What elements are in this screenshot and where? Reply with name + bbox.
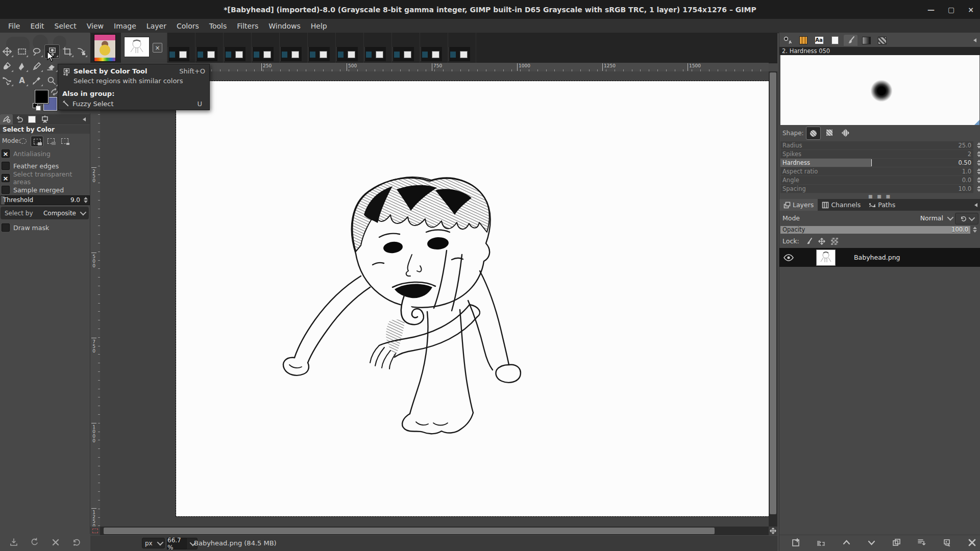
image-tab-thumbnail[interactable] <box>252 47 274 61</box>
spacing-spinner[interactable] <box>975 186 980 192</box>
threshold-spinner[interactable] <box>82 197 88 203</box>
rectangle-select-tool-button[interactable] <box>15 45 29 58</box>
menu-filters[interactable]: Filters <box>232 20 263 32</box>
hardness-slider[interactable]: Hardness 0.50 <box>780 159 973 167</box>
bucket-fill-tool-button[interactable] <box>0 60 14 73</box>
h-scroll-thumb[interactable] <box>104 528 715 534</box>
zoom-tool-button[interactable] <box>44 74 59 87</box>
brushes-tab[interactable] <box>780 35 794 46</box>
color-picker-tool-button[interactable] <box>30 74 44 87</box>
paths-tab[interactable]: Paths <box>865 199 899 211</box>
raise-layer-icon[interactable] <box>842 538 851 547</box>
mode-intersect-button[interactable] <box>59 136 70 146</box>
select-by-dropdown[interactable]: Select by Composite <box>1 207 89 219</box>
new-layer-icon[interactable] <box>791 538 801 547</box>
anchor-layer-icon[interactable] <box>942 538 952 547</box>
new-group-icon[interactable] <box>816 538 826 547</box>
feather-edges-checkbox[interactable] <box>2 162 10 170</box>
lock-position-icon[interactable] <box>818 237 826 245</box>
fonts-tab[interactable]: Aa <box>812 35 826 46</box>
canvas-viewport[interactable] <box>100 71 769 527</box>
layer-row[interactable]: Babyhead.png <box>779 248 980 267</box>
navigation-button[interactable] <box>769 527 777 535</box>
image-tab-magazine-thumbnail[interactable] <box>94 34 116 62</box>
v-scroll-thumb[interactable] <box>770 72 776 514</box>
image-tab-thumbnail[interactable] <box>449 47 470 61</box>
collapse-layers-button[interactable] <box>972 202 979 209</box>
gradients-tab[interactable] <box>860 35 873 46</box>
sample-merged-checkbox[interactable] <box>2 186 10 194</box>
shape-diamond-button[interactable] <box>839 127 852 139</box>
menu-colors[interactable]: Colors <box>172 20 204 32</box>
save-preset-icon[interactable] <box>9 538 18 547</box>
move-tool-button[interactable] <box>0 45 14 58</box>
channels-tab[interactable]: Channels <box>818 199 865 211</box>
radius-spinner[interactable] <box>975 142 980 148</box>
image-tab-active[interactable]: × <box>121 33 167 63</box>
layers-tab[interactable]: Layers <box>779 199 818 211</box>
blend-space-button[interactable] <box>955 213 978 224</box>
threshold-slider[interactable]: Threshold 9.0 <box>1 195 90 205</box>
image-tab-thumbnail[interactable] <box>168 47 189 61</box>
collapse-right-dock-button[interactable] <box>971 37 978 44</box>
duplicate-layer-icon[interactable] <box>892 538 901 547</box>
quick-mask-toggle[interactable] <box>90 527 100 535</box>
default-colors-icon[interactable] <box>33 103 41 110</box>
ink-tool-button[interactable] <box>15 60 29 73</box>
spacing-slider[interactable]: Spacing 10.0 <box>780 185 973 193</box>
image-tab-thumbnail[interactable] <box>336 47 358 61</box>
vertical-ruler[interactable]: 250 500 750 1000 1250 <box>90 71 101 527</box>
angle-spinner[interactable] <box>975 177 980 183</box>
tool-options-tab[interactable] <box>0 114 13 124</box>
lock-pixels-icon[interactable] <box>804 237 813 245</box>
shape-square-button[interactable] <box>822 127 836 139</box>
menu-tools[interactable]: Tools <box>204 20 232 32</box>
menu-image[interactable]: Image <box>109 20 141 32</box>
delete-preset-icon[interactable] <box>51 538 60 547</box>
images-tab[interactable] <box>26 114 38 124</box>
restore-preset-icon[interactable] <box>30 538 39 547</box>
mode-subtract-button[interactable] <box>45 136 57 146</box>
palettes-tab[interactable] <box>875 35 889 46</box>
pencil-tool-button[interactable] <box>30 60 44 73</box>
minimize-button[interactable]: — <box>927 6 935 14</box>
spikes-slider[interactable]: Spikes 2 <box>780 150 973 159</box>
angle-slider[interactable]: Angle 0.0 <box>780 176 973 185</box>
panel-divider-handle[interactable]: ■ ■ ■ <box>779 194 980 199</box>
menu-layer[interactable]: Layer <box>141 20 172 32</box>
transform-tool-button[interactable] <box>74 45 88 58</box>
unit-dropdown[interactable]: px <box>142 538 165 548</box>
menu-help[interactable]: Help <box>306 20 332 32</box>
image-canvas[interactable] <box>176 81 769 516</box>
antialiasing-checkbox[interactable]: × <box>2 149 10 158</box>
document-history-tab[interactable] <box>828 35 842 46</box>
opacity-spinner[interactable] <box>971 227 977 233</box>
menu-file[interactable]: File <box>3 20 25 32</box>
select-transparent-checkbox[interactable]: × <box>2 174 10 182</box>
image-tab-thumbnail[interactable] <box>196 47 217 61</box>
merge-down-icon[interactable] <box>917 538 926 547</box>
close-image-tab-button[interactable]: × <box>153 43 162 53</box>
opacity-slider[interactable]: Opacity 100.0 <box>780 226 970 234</box>
hardness-spinner[interactable] <box>975 160 980 166</box>
resize-grip[interactable] <box>974 120 979 125</box>
horizontal-scrollbar[interactable] <box>100 527 769 535</box>
radius-slider[interactable]: Radius 25.0 <box>780 141 973 150</box>
aspect-ratio-spinner[interactable] <box>975 168 980 174</box>
brush-editor-tab[interactable] <box>844 35 857 46</box>
layer-mode-dropdown[interactable]: Normal <box>920 214 952 222</box>
menu-select[interactable]: Select <box>50 20 82 32</box>
lock-alpha-icon[interactable] <box>831 238 838 245</box>
mode-replace-button[interactable] <box>17 136 29 146</box>
paths-tool-button[interactable] <box>0 74 14 87</box>
reset-tool-icon[interactable] <box>72 538 81 547</box>
delete-layer-icon[interactable] <box>967 538 977 547</box>
image-tab-thumbnail[interactable] <box>308 47 330 61</box>
mode-add-button[interactable] <box>31 136 43 147</box>
undo-history-tab[interactable] <box>13 114 26 124</box>
aspect-ratio-slider[interactable]: Aspect ratio 1.0 <box>780 167 973 176</box>
patterns-tab[interactable] <box>796 35 810 46</box>
crop-tool-button[interactable] <box>60 45 75 58</box>
foreground-color-swatch[interactable] <box>35 90 48 104</box>
text-tool-button[interactable]: A <box>15 74 29 87</box>
